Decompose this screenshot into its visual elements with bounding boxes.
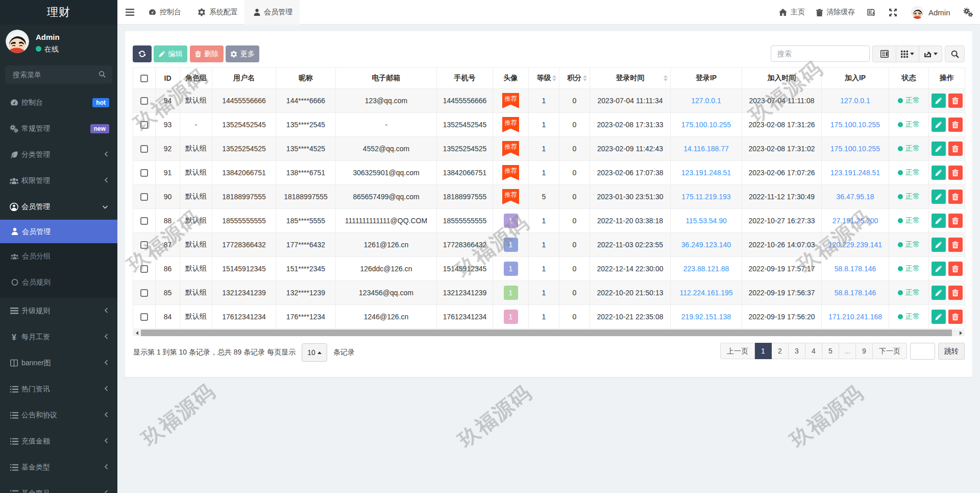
svg-text:A: A [872,11,875,15]
